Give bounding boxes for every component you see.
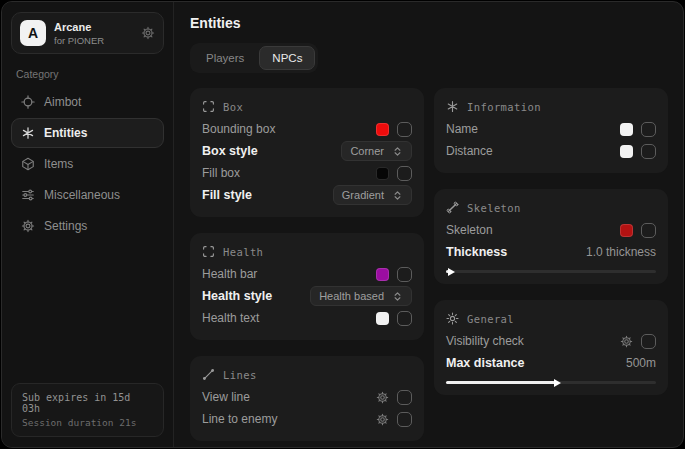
gear-icon[interactable] <box>376 413 389 426</box>
thickness-slider[interactable] <box>446 270 656 273</box>
setting-row-distance: Distance <box>446 140 656 162</box>
color-swatch[interactable] <box>620 224 633 237</box>
card-title: Health <box>223 246 263 258</box>
health-style-dropdown[interactable]: Health based <box>310 286 412 306</box>
app-subtitle: for PIONER <box>54 35 104 46</box>
card-title: Box <box>223 101 243 113</box>
setting-row-line-to-enemy: Line to enemy <box>202 408 412 430</box>
card-title: Skeleton <box>467 202 521 214</box>
distance-checkbox[interactable] <box>641 144 656 159</box>
tab-players[interactable]: Players <box>193 46 257 70</box>
chevron-updown-icon <box>392 190 403 201</box>
box-card: Box Bounding box Box style Corne <box>190 88 424 217</box>
corner-brackets-icon <box>202 245 215 258</box>
diagonal-line-icon <box>202 368 215 381</box>
gear-icon <box>21 219 35 233</box>
crosshair-icon <box>21 95 35 109</box>
setting-row-bounding-box: Bounding box <box>202 118 412 140</box>
color-swatch[interactable] <box>376 312 389 325</box>
max-distance-value: 500m <box>626 356 656 370</box>
session-duration-text: Session duration 21s <box>22 417 153 428</box>
view-line-checkbox[interactable] <box>397 390 412 405</box>
tab-npcs[interactable]: NPCs <box>259 46 315 70</box>
sidebar-item-settings[interactable]: Settings <box>11 211 164 241</box>
skeleton-checkbox[interactable] <box>641 223 656 238</box>
setting-row-health-text: Health text <box>202 307 412 329</box>
thickness-value: 1.0 thickness <box>586 245 656 259</box>
sidebar-item-label: Miscellaneous <box>44 188 120 202</box>
settings-columns: Box Bounding box Box style Corne <box>190 88 668 441</box>
sun-icon <box>446 312 459 325</box>
sidebar-header: A Arcane for PIONER <box>11 12 164 54</box>
setting-row-fill-style: Fill style Gradient <box>202 184 412 206</box>
general-card-header: General <box>446 309 656 330</box>
health-bar-checkbox[interactable] <box>397 267 412 282</box>
information-card-header: Information <box>446 97 656 118</box>
entities-icon <box>21 126 35 140</box>
right-column: Information Name Distance <box>434 88 668 395</box>
card-title: Lines <box>223 369 257 381</box>
left-column: Box Bounding box Box style Corne <box>190 88 424 441</box>
information-card: Information Name Distance <box>434 88 668 173</box>
general-card: General Visibility check Max distance <box>434 300 668 395</box>
page-title: Entities <box>190 15 668 31</box>
lines-card-header: Lines <box>202 365 412 386</box>
subscription-info: Sub expires in 15d 03h Session duration … <box>11 383 164 437</box>
setting-row-health-bar: Health bar <box>202 263 412 285</box>
sub-expires-text: Sub expires in 15d 03h <box>22 392 153 414</box>
chevron-updown-icon <box>392 291 403 302</box>
skeleton-card: Skeleton Skeleton Thickness 1.0 thicknes… <box>434 189 668 284</box>
setting-row-name: Name <box>446 118 656 140</box>
color-swatch[interactable] <box>620 145 633 158</box>
name-checkbox[interactable] <box>641 122 656 137</box>
gear-icon[interactable] <box>376 391 389 404</box>
max-distance-slider[interactable] <box>446 381 656 384</box>
entity-type-tabs: Players NPCs <box>190 43 318 73</box>
health-text-checkbox[interactable] <box>397 311 412 326</box>
gear-icon[interactable] <box>141 26 155 40</box>
card-title: General <box>467 313 514 325</box>
color-swatch[interactable] <box>376 268 389 281</box>
color-swatch[interactable] <box>376 167 389 180</box>
app-name: Arcane <box>54 21 104 33</box>
app-window: A Arcane for PIONER Category Aimbot <box>1 1 684 448</box>
sidebar-item-label: Items <box>44 157 73 171</box>
setting-row-skeleton: Skeleton <box>446 219 656 241</box>
setting-row-max-distance: Max distance 500m <box>446 352 656 374</box>
color-swatch[interactable] <box>620 123 633 136</box>
asterisk-icon <box>446 100 459 113</box>
line-to-enemy-checkbox[interactable] <box>397 412 412 427</box>
visibility-check-checkbox[interactable] <box>641 334 656 349</box>
sidebar: A Arcane for PIONER Category Aimbot <box>2 2 174 447</box>
setting-row-visibility-check: Visibility check <box>446 330 656 352</box>
color-swatch[interactable] <box>376 123 389 136</box>
box-card-header: Box <box>202 97 412 118</box>
sidebar-item-items[interactable]: Items <box>11 149 164 179</box>
main-content: Entities Players NPCs Box Bounding box <box>174 2 683 447</box>
slider-thumb[interactable] <box>448 268 455 276</box>
skeleton-card-header: Skeleton <box>446 198 656 219</box>
card-title: Information <box>467 101 541 113</box>
category-label: Category <box>16 68 159 80</box>
sidebar-item-label: Settings <box>44 219 87 233</box>
fill-style-dropdown[interactable]: Gradient <box>333 185 412 205</box>
bone-icon <box>446 201 459 214</box>
sidebar-item-label: Aimbot <box>44 95 81 109</box>
corner-brackets-icon <box>202 100 215 113</box>
fill-box-checkbox[interactable] <box>397 166 412 181</box>
health-card: Health Health bar Health style H <box>190 233 424 340</box>
bounding-box-checkbox[interactable] <box>397 122 412 137</box>
sidebar-item-aimbot[interactable]: Aimbot <box>11 87 164 117</box>
slider-thumb[interactable] <box>554 379 561 387</box>
setting-row-fill-box: Fill box <box>202 162 412 184</box>
gear-icon[interactable] <box>620 335 633 348</box>
setting-row-view-line: View line <box>202 386 412 408</box>
sidebar-item-miscellaneous[interactable]: Miscellaneous <box>11 180 164 210</box>
app-logo: A <box>20 20 46 46</box>
sliders-icon <box>21 188 35 202</box>
lines-card: Lines View line Line to enemy <box>190 356 424 441</box>
sidebar-item-entities[interactable]: Entities <box>11 118 164 148</box>
package-icon <box>21 157 35 171</box>
setting-row-health-style: Health style Health based <box>202 285 412 307</box>
box-style-dropdown[interactable]: Corner <box>341 141 412 161</box>
